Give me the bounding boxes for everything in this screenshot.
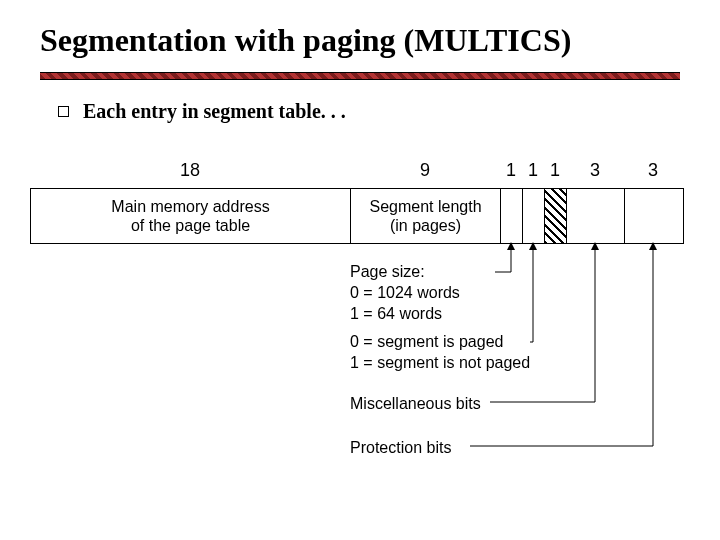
bits-label-c3: 1: [500, 160, 522, 181]
note-protection: Protection bits: [350, 438, 600, 459]
bits-label-c2: 9: [350, 160, 500, 181]
title-underline: [40, 72, 680, 80]
bits-label-c1: 18: [30, 160, 350, 181]
note-page-size: Page size: 0 = 1024 words 1 = 64 words: [350, 262, 550, 324]
segment-entry: Main memory address of the page table Se…: [30, 188, 684, 244]
field-segment-length: Segment length (in pages): [351, 189, 501, 243]
page-title: Segmentation with paging (MULTICS): [40, 22, 571, 59]
note-misc: Miscellaneous bits: [350, 394, 600, 415]
bullet-text: Each entry in segment table. . .: [83, 100, 346, 123]
note-paged: 0 = segment is paged 1 = segment is not …: [350, 332, 600, 374]
field-unused-bit: [545, 189, 567, 243]
field-protection-bits: [625, 189, 683, 243]
bits-label-c5: 1: [544, 160, 566, 181]
segment-entry-diagram: 18 9 1 1 1 3 3 Main memory address of th…: [30, 160, 690, 490]
field-page-size-bit: [501, 189, 523, 243]
slide: Segmentation with paging (MULTICS) Each …: [0, 0, 720, 540]
bits-label-c4: 1: [522, 160, 544, 181]
square-bullet-icon: [58, 106, 69, 117]
bits-label-c6: 3: [566, 160, 624, 181]
bullet-row: Each entry in segment table. . .: [58, 100, 346, 123]
field-misc-bits: [567, 189, 625, 243]
field-paged-bit: [523, 189, 545, 243]
field-page-table-address: Main memory address of the page table: [31, 189, 351, 243]
bits-label-c7: 3: [624, 160, 682, 181]
